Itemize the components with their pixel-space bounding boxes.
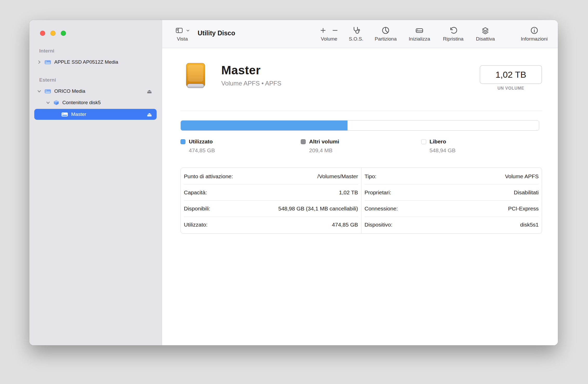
detail-label: Proprietari: — [365, 189, 391, 196]
eject-icon[interactable]: ⏏ — [147, 89, 152, 94]
unmount-button[interactable]: Disattiva — [476, 25, 495, 42]
detail-label: Utilizzato: — [184, 222, 208, 228]
legend-item-used: Utilizzato 474,85 GB — [181, 138, 301, 154]
table-row: Punto di attivazione: /Volumes/Master — [184, 168, 358, 184]
table-row: Proprietari: Disabilitati — [365, 184, 539, 201]
chevron-right-icon[interactable] — [37, 59, 42, 65]
used-swatch-icon — [181, 139, 185, 144]
volume-heading: Master Volume APFS • APFS — [221, 63, 281, 87]
stethoscope-icon — [352, 26, 360, 35]
volume-add-remove-button[interactable]: Volume — [319, 25, 339, 42]
restore-arrow-icon — [449, 26, 457, 35]
other-volumes-swatch-icon — [301, 139, 306, 144]
plus-icon[interactable] — [319, 27, 327, 34]
detail-label: Tipo: — [365, 173, 377, 180]
legend-label: Altri volumi — [309, 138, 339, 145]
eject-icon[interactable]: ⏏ — [147, 112, 152, 117]
detail-label: Dispositivo: — [365, 222, 392, 228]
detail-value: /Volumes/Master — [317, 173, 358, 180]
capacity-value: 1,02 TB — [480, 65, 542, 84]
erase-button[interactable]: Inizializza — [409, 25, 430, 42]
detail-value: 1,02 TB — [339, 189, 358, 196]
sidebar-item-label: ORICO Media — [54, 88, 85, 94]
window-title: Utility Disco — [198, 29, 235, 37]
sidebar-section-esterni: Esterni — [39, 77, 162, 83]
zoom-button[interactable] — [61, 31, 66, 36]
info-button[interactable]: Informazioni — [521, 25, 548, 42]
sidebar-item-contenitore-disk5[interactable]: Contenitore disk5 — [29, 97, 162, 108]
disk-utility-window: Interni APPLE SSD AP0512Z Media Esterni — [29, 20, 558, 345]
volume-name: Master — [221, 63, 281, 77]
info-circle-icon — [530, 26, 538, 35]
volume-detail-view: Master Volume APFS • APFS 1,02 TB UN VOL… — [162, 48, 558, 345]
toolbar-button-label: Partiziona — [375, 36, 397, 42]
detail-value: 548,98 GB (34,1 MB cancellabili) — [278, 206, 358, 212]
table-row: Dispositivo: disk5s1 — [365, 217, 539, 233]
table-row: Utilizzato: 474,85 GB — [184, 217, 358, 233]
minimize-button[interactable] — [50, 31, 56, 36]
header-divider — [181, 111, 542, 111]
main-pane: Vista Utility Disco Volume — [162, 20, 558, 345]
sidebar-item-master-selected[interactable]: Master ⏏ — [34, 109, 157, 120]
legend-item-other-volumes: Altri volumi 209,4 MB — [301, 138, 421, 154]
pie-chart-icon — [382, 26, 390, 35]
table-row: Connessione: PCI-Express — [365, 201, 539, 217]
detail-value: Disabilitati — [514, 189, 539, 196]
sidebar-section-interni: Interni — [39, 48, 162, 54]
volume-drive-icon — [61, 111, 68, 117]
volume-details-table: Punto di attivazione: /Volumes/Master Ca… — [181, 168, 542, 234]
sidebar-item-label: Master — [71, 111, 86, 117]
unmount-stack-icon — [481, 26, 490, 35]
sidebar-item-apple-ssd[interactable]: APPLE SSD AP0512Z Media — [29, 56, 162, 68]
view-menu-button[interactable]: Vista — [170, 25, 195, 42]
minus-icon[interactable] — [331, 27, 339, 34]
toolbar-button-label: S.O.S. — [349, 36, 363, 42]
storage-usage-bar — [181, 120, 539, 131]
erase-drive-icon — [415, 26, 424, 35]
legend-value: 474,85 GB — [189, 147, 301, 154]
container-box-icon — [53, 100, 59, 105]
usage-legend: Utilizzato 474,85 GB Altri volumi 209,4 … — [181, 138, 542, 154]
detail-label: Punto di attivazione: — [184, 173, 233, 180]
capacity-caption: UN VOLUME — [480, 86, 542, 91]
table-row: Tipo: Volume APFS — [365, 168, 539, 184]
detail-value: 474,85 GB — [332, 222, 358, 228]
detail-value: Volume APFS — [505, 173, 539, 180]
detail-value: PCI-Express — [508, 206, 539, 212]
legend-item-free: Libero 548,94 GB — [421, 138, 542, 154]
chevron-down-icon[interactable] — [37, 89, 42, 94]
toolbar-button-label: Volume — [319, 36, 339, 42]
capacity-badge: 1,02 TB UN VOLUME — [480, 65, 542, 91]
chevron-down-icon — [186, 29, 190, 32]
close-button[interactable] — [40, 31, 45, 36]
details-left-column: Punto di attivazione: /Volumes/Master Ca… — [181, 168, 361, 233]
restore-button[interactable]: Ripristina — [443, 25, 463, 42]
chevron-down-icon[interactable] — [45, 100, 51, 105]
sidebar: Interni APPLE SSD AP0512Z Media Esterni — [29, 20, 162, 345]
partition-button[interactable]: Partiziona — [375, 25, 397, 42]
detail-value: disk5s1 — [520, 222, 539, 228]
legend-value: 209,4 MB — [309, 147, 421, 154]
detail-label: Disponibili: — [184, 206, 210, 212]
table-row: Capacità: 1,02 TB — [184, 184, 358, 201]
legend-label: Utilizzato — [189, 138, 213, 145]
toolbar: Vista Utility Disco Volume — [162, 20, 558, 48]
sidebar-toggle-icon — [175, 27, 183, 34]
detail-label: Connessione: — [365, 206, 398, 212]
external-drive-large-icon — [181, 61, 211, 92]
free-swatch-icon — [421, 139, 426, 144]
toolbar-button-label: Disattiva — [476, 36, 495, 42]
first-aid-button[interactable]: S.O.S. — [349, 25, 363, 42]
volume-subtitle: Volume APFS • APFS — [221, 80, 281, 87]
external-drive-icon — [44, 88, 51, 94]
toolbar-button-label: Ripristina — [443, 36, 463, 42]
sidebar-item-orico-media[interactable]: ORICO Media ⏏ — [29, 85, 162, 97]
toolbar-button-label: Inizializza — [409, 36, 430, 42]
details-right-column: Tipo: Volume APFS Proprietari: Disabilit… — [362, 168, 542, 233]
legend-value: 548,94 GB — [430, 147, 542, 154]
toolbar-button-label: Informazioni — [521, 36, 548, 42]
legend-label: Libero — [430, 138, 446, 145]
usage-segment-free — [348, 121, 539, 130]
detail-label: Capacità: — [184, 189, 207, 196]
view-menu-label: Vista — [170, 36, 195, 42]
